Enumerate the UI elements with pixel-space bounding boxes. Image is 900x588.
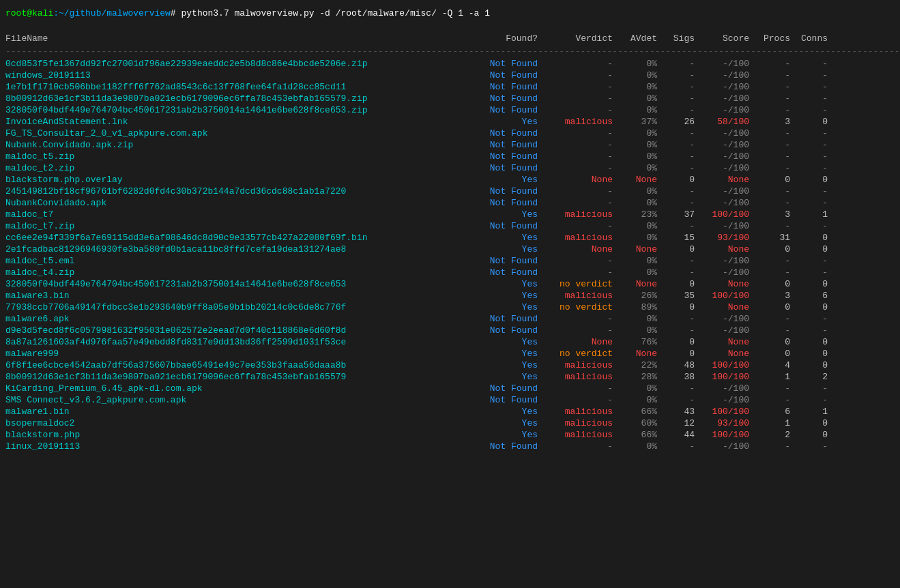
cell-conns: - — [794, 267, 828, 278]
cell-avdet: 0% — [620, 82, 664, 92]
table-row: maldoc_t7.zip Not Found - 0% - -/100 - - — [0, 220, 900, 232]
cell-avdet: 0% — [620, 151, 664, 162]
cell-verdict: - — [545, 383, 620, 394]
cell-sigs: 0 — [664, 302, 701, 312]
cell-sigs: - — [664, 128, 701, 138]
table-row: blackstorm.php.overlay Yes None None 0 N… — [0, 174, 900, 186]
cell-score: -/100 — [701, 314, 756, 324]
table-row: blackstorm.php Yes malicious 66% 44 100/… — [0, 429, 900, 441]
cell-score: -/100 — [701, 267, 756, 278]
cell-score: 100/100 — [701, 430, 756, 440]
cell-procs: - — [756, 198, 794, 208]
cell-found: Not Found — [469, 441, 545, 452]
cell-conns: 6 — [794, 291, 828, 301]
col-header-verdict: Verdict — [545, 33, 620, 44]
cell-avdet: 22% — [620, 360, 664, 370]
cell-verdict: - — [545, 198, 620, 208]
col-header-avdet: AVdet — [620, 33, 664, 44]
table-row: 2e1fcadbac81296946930fe3ba580fd0b1aca11b… — [0, 244, 900, 255]
table-row: InvoiceAndStatement.lnk Yes malicious 37… — [0, 116, 900, 128]
table-row: 328050f04bdf449e764704bc450617231ab2b375… — [0, 278, 900, 290]
cell-procs: - — [756, 105, 794, 115]
cell-verdict: malicious — [545, 209, 620, 220]
table-row: 328050f04bdf449e764704bc450617231ab2b375… — [0, 104, 900, 116]
cell-sigs: - — [664, 82, 701, 92]
cell-filename: KiCarding_Premium_6.45_apk-dl.com.apk — [5, 383, 469, 394]
cell-sigs: - — [664, 163, 701, 173]
cell-found: Not Found — [469, 128, 545, 138]
cell-conns: 0 — [794, 418, 828, 428]
cell-sigs: 12 — [664, 418, 701, 428]
cell-score: None — [701, 302, 756, 312]
cell-sigs: - — [664, 105, 701, 115]
cell-found: Not Found — [469, 163, 545, 173]
cell-sigs: - — [664, 186, 701, 196]
cell-procs: 3 — [756, 117, 794, 127]
cell-found: Yes — [469, 302, 545, 312]
cell-procs: - — [756, 59, 794, 69]
cell-sigs: 44 — [664, 430, 701, 440]
cell-sigs: - — [664, 221, 701, 231]
cell-found: Yes — [469, 117, 545, 127]
cell-procs: 0 — [756, 349, 794, 359]
table-row: bsopermaldoc2 Yes malicious 60% 12 93/10… — [0, 417, 900, 429]
cell-score: -/100 — [701, 325, 756, 336]
cell-score: None — [701, 349, 756, 359]
cell-conns: - — [794, 256, 828, 266]
cell-conns: 0 — [794, 430, 828, 440]
cell-score: -/100 — [701, 163, 756, 173]
cell-conns: - — [794, 59, 828, 69]
cell-verdict: malicious — [545, 407, 620, 417]
cell-procs: - — [756, 128, 794, 138]
cell-verdict: - — [545, 140, 620, 150]
cell-procs: 3 — [756, 209, 794, 220]
cell-score: -/100 — [701, 221, 756, 231]
cell-procs: 1 — [756, 372, 794, 382]
cell-avdet: 0% — [620, 383, 664, 394]
cell-conns: 0 — [794, 244, 828, 254]
cell-filename: cc6ee2e94f339f6a7e69115dd3e6af08646dc8d9… — [5, 233, 469, 243]
table-row: maldoc_t4.zip Not Found - 0% - -/100 - - — [0, 267, 900, 278]
cell-procs: - — [756, 70, 794, 80]
table-row: maldoc_t5.zip Not Found - 0% - -/100 - - — [0, 151, 900, 162]
cell-verdict: no verdict — [545, 349, 620, 359]
cell-score: 100/100 — [701, 372, 756, 382]
cell-procs: 0 — [756, 244, 794, 254]
table-row: 245149812bf18cf96761bf6282d0fd4c30b372b1… — [0, 186, 900, 197]
table-row: malware3.bin Yes malicious 26% 35 100/10… — [0, 290, 900, 302]
cell-found: Not Found — [469, 314, 545, 324]
cell-avdet: 76% — [620, 337, 664, 347]
cell-filename: InvoiceAndStatement.lnk — [5, 117, 469, 127]
col-header-filename: FileName — [5, 33, 469, 44]
cell-sigs: - — [664, 325, 701, 336]
cell-sigs: 0 — [664, 244, 701, 254]
cell-found: Yes — [469, 360, 545, 370]
cell-conns: 0 — [794, 233, 828, 243]
cell-filename: FG_TS_Consultar_2_0_v1_apkpure.com.apk — [5, 128, 469, 138]
cell-filename: linux_20191113 — [5, 441, 469, 452]
cell-sigs: 26 — [664, 117, 701, 127]
cell-sigs: 37 — [664, 209, 701, 220]
cell-conns: - — [794, 105, 828, 115]
cell-procs: - — [756, 186, 794, 196]
cell-filename: windows_20191113 — [5, 70, 469, 80]
cell-found: Not Found — [469, 395, 545, 405]
table-row: cc6ee2e94f339f6a7e69115dd3e6af08646dc8d9… — [0, 232, 900, 244]
cell-found: Not Found — [469, 383, 545, 394]
cell-filename: 8a87a1261603af4d976faa57e49ebdd8fd8317e9… — [5, 337, 469, 347]
cell-avdet: 0% — [620, 395, 664, 405]
cell-procs: 0 — [756, 175, 794, 185]
cell-verdict: malicious — [545, 233, 620, 243]
cell-score: 100/100 — [701, 291, 756, 301]
cell-conns: 1 — [794, 209, 828, 220]
cell-found: Not Found — [469, 151, 545, 162]
table-row: maldoc_t7 Yes malicious 23% 37 100/100 3… — [0, 209, 900, 220]
cell-score: -/100 — [701, 151, 756, 162]
cell-filename: blackstorm.php.overlay — [5, 175, 469, 185]
cell-procs: 1 — [756, 418, 794, 428]
cell-found: Not Found — [469, 140, 545, 150]
cell-conns: 0 — [794, 279, 828, 289]
cell-procs: 31 — [756, 233, 794, 243]
cell-sigs: - — [664, 383, 701, 394]
cell-conns: - — [794, 151, 828, 162]
